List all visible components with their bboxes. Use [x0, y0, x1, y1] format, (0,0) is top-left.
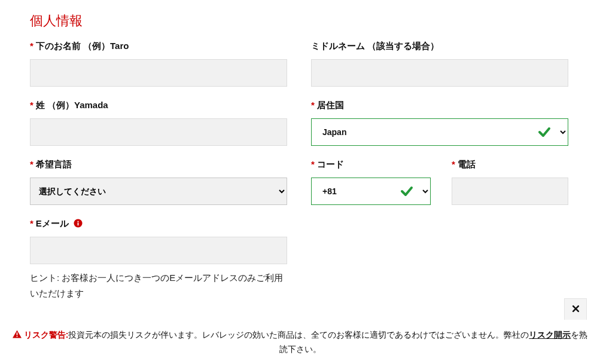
- country-select[interactable]: Japan: [311, 118, 568, 146]
- middle-name-label: ミドルネーム （該当する場合）: [311, 41, 568, 52]
- language-label: *希望言語: [30, 159, 287, 170]
- last-name-label: *姓 （例）Yamada: [30, 100, 287, 111]
- email-input[interactable]: [30, 237, 287, 264]
- warning-icon: [13, 329, 22, 342]
- language-select[interactable]: 選択してください: [30, 178, 287, 205]
- svg-rect-1: [78, 223, 79, 226]
- risk-disclosure-link[interactable]: リスク開示: [529, 330, 571, 339]
- middle-name-input[interactable]: [311, 59, 568, 87]
- risk-label: リスク警告:: [24, 330, 69, 339]
- email-label: *Eメール: [30, 218, 287, 230]
- last-name-input[interactable]: [30, 118, 287, 146]
- risk-bar: リスク警告:投資元本の損失リスクが伴います。レバレッジの効いた商品は、全てのお客…: [0, 320, 600, 364]
- svg-rect-3: [16, 332, 17, 335]
- country-label: *居住国: [311, 100, 568, 111]
- svg-rect-2: [78, 221, 79, 222]
- info-icon: [74, 219, 83, 230]
- first-name-input[interactable]: [30, 59, 287, 87]
- code-select[interactable]: +81: [311, 178, 431, 205]
- section-title: 個人情報: [30, 12, 570, 30]
- phone-input[interactable]: [452, 178, 568, 205]
- email-hint: ヒント: お客様お一人につき一つのEメールアドレスのみご利用いただけます: [30, 270, 287, 301]
- close-icon: [572, 305, 580, 314]
- phone-label: *電話: [452, 159, 568, 170]
- code-label: *コード: [311, 159, 431, 170]
- risk-text-1: 投資元本の損失リスクが伴います。レバレッジの効いた商品は、全てのお客様に適切であ…: [68, 330, 529, 339]
- close-button[interactable]: [564, 298, 587, 320]
- first-name-label: *下のお名前 （例）Taro: [30, 41, 287, 52]
- svg-rect-4: [16, 336, 17, 337]
